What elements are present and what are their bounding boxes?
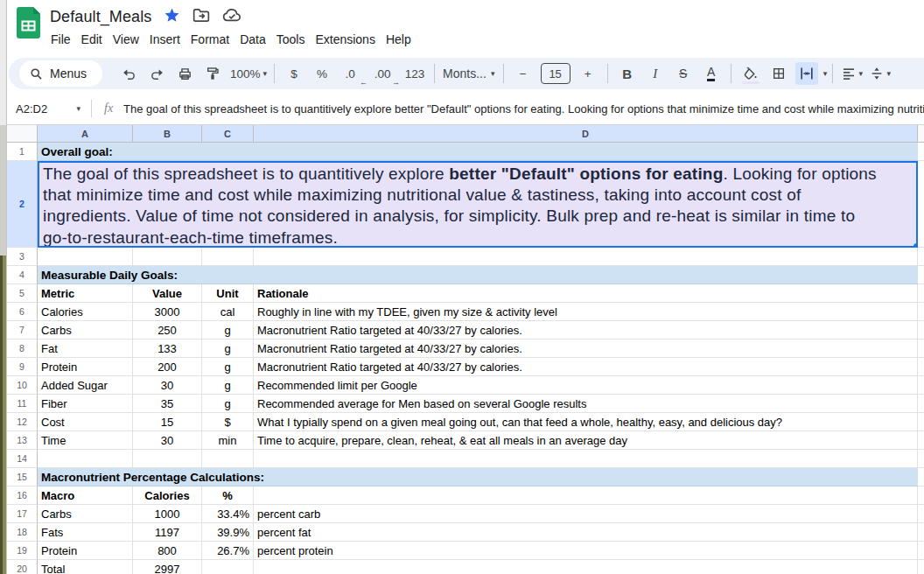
cell-B17[interactable]: 1000 xyxy=(133,505,202,523)
cell-D18[interactable]: percent fat xyxy=(254,523,918,542)
cell-C12[interactable]: $ xyxy=(202,413,254,431)
cell-A6[interactable]: Calories xyxy=(38,303,133,321)
row-header-5[interactable]: 5 xyxy=(7,284,38,303)
redo-button[interactable] xyxy=(145,62,168,85)
row-header-20[interactable]: 20 xyxy=(7,560,38,574)
cell-D12[interactable]: What I typially spend on a given meal go… xyxy=(254,413,918,431)
cell-D3[interactable] xyxy=(254,248,918,266)
selected-merged-cell-A2-D2[interactable]: The goal of this spreadsheet is to quant… xyxy=(38,161,918,248)
name-box[interactable]: A2:D2 ▾ xyxy=(7,102,88,116)
cloud-saved-icon[interactable] xyxy=(222,8,242,26)
zoom-dropdown[interactable]: 100%▾ xyxy=(230,62,267,85)
row-header-4[interactable]: 4 xyxy=(7,266,38,284)
bold-button[interactable]: B xyxy=(616,62,639,85)
cell-D7[interactable]: Macronutrient Ratio targeted at 40/33/27… xyxy=(254,321,918,340)
cell-B3[interactable] xyxy=(133,248,202,266)
row-header-17[interactable]: 17 xyxy=(7,505,38,523)
cell-B11[interactable]: 35 xyxy=(133,395,202,413)
cell-C9[interactable]: g xyxy=(202,358,254,376)
chevron-down-icon[interactable]: ▾ xyxy=(76,104,80,113)
cell-A18[interactable]: Fats xyxy=(38,523,133,542)
cell-D10[interactable]: Recommended limit per Google xyxy=(254,376,918,395)
cell-D19[interactable]: percent protein xyxy=(254,542,918,560)
cell-D20[interactable] xyxy=(254,560,918,574)
menu-help[interactable]: Help xyxy=(381,30,416,49)
section-cell-A15[interactable]: Macronutrient Percentage Calculations: xyxy=(38,468,918,486)
cell-A8[interactable]: Fat xyxy=(38,340,133,358)
sheets-logo-icon[interactable] xyxy=(17,7,40,42)
decrease-decimal-button[interactable]: .0← xyxy=(339,62,361,85)
menu-format[interactable]: Format xyxy=(186,30,234,49)
cell-D14[interactable] xyxy=(254,450,918,468)
cell-D17[interactable]: percent carb xyxy=(254,505,918,523)
cell-B18[interactable]: 1197 xyxy=(133,523,202,542)
undo-button[interactable] xyxy=(117,62,140,85)
section-cell-A1[interactable]: Overall goal: xyxy=(38,143,918,161)
cell-D6[interactable]: Roughly in line with my TDEE, given my s… xyxy=(254,303,918,321)
italic-button[interactable]: I xyxy=(644,62,667,85)
cell-A12[interactable]: Cost xyxy=(38,413,133,431)
cell-D13[interactable]: Time to acquire, prepare, clean, reheat,… xyxy=(254,431,918,450)
cell-C5[interactable]: Unit xyxy=(202,284,254,303)
cell-A19[interactable]: Protein xyxy=(38,542,133,560)
cell-C14[interactable] xyxy=(202,450,254,468)
row-header-6[interactable]: 6 xyxy=(7,303,38,321)
borders-button[interactable] xyxy=(767,62,790,85)
row-header-7[interactable]: 7 xyxy=(7,321,38,340)
cell-A14[interactable] xyxy=(38,450,133,468)
row-header-16[interactable]: 16 xyxy=(7,486,38,505)
font-size-input[interactable]: 15 xyxy=(541,63,570,84)
increase-decimal-button[interactable]: .00→ xyxy=(371,62,394,85)
increase-font-size-button[interactable]: + xyxy=(577,62,599,85)
menu-insert[interactable]: Insert xyxy=(144,30,186,49)
cell-B9[interactable]: 200 xyxy=(133,358,202,376)
cell-D16[interactable] xyxy=(254,486,918,505)
more-formats-button[interactable]: 123 xyxy=(403,62,426,85)
cell-A13[interactable]: Time xyxy=(38,431,133,450)
formula-input[interactable]: The goal of this spreadsheet is to quant… xyxy=(123,102,924,116)
section-cell-A4[interactable]: Measurable Daily Goals: xyxy=(38,266,918,284)
merge-dropdown-caret[interactable]: ▾ xyxy=(823,69,828,78)
cell-A17[interactable]: Carbs xyxy=(38,505,133,523)
cell-C18[interactable]: 39.9% xyxy=(202,523,254,542)
menu-tools[interactable]: Tools xyxy=(271,30,311,49)
column-header-C[interactable]: C xyxy=(202,125,254,143)
font-family-dropdown[interactable]: Monts...▾ xyxy=(443,62,495,85)
merge-cells-button[interactable] xyxy=(795,62,818,85)
document-title[interactable]: Default_Meals xyxy=(50,8,151,26)
print-button[interactable] xyxy=(173,62,196,85)
cell-A20[interactable]: Total xyxy=(38,560,133,574)
format-currency-button[interactable]: $ xyxy=(283,62,305,85)
cell-A5[interactable]: Metric xyxy=(38,284,133,303)
menu-edit[interactable]: Edit xyxy=(76,30,108,49)
row-header-9[interactable]: 9 xyxy=(7,358,38,376)
row-header-14[interactable]: 14 xyxy=(7,450,38,468)
cell-B13[interactable]: 30 xyxy=(133,431,202,450)
star-icon[interactable] xyxy=(164,7,180,27)
cell-B10[interactable]: 30 xyxy=(133,376,202,395)
format-percent-button[interactable]: % xyxy=(311,62,333,85)
cell-C11[interactable]: g xyxy=(202,395,254,413)
cell-B7[interactable]: 250 xyxy=(133,321,202,340)
cell-A7[interactable]: Carbs xyxy=(38,321,133,340)
row-header-13[interactable]: 13 xyxy=(7,431,38,450)
cell-C17[interactable]: 33.4% xyxy=(202,505,254,523)
column-header-B[interactable]: B xyxy=(133,125,202,143)
cell-C20[interactable] xyxy=(202,560,254,574)
cell-B19[interactable]: 800 xyxy=(133,542,202,560)
menu-file[interactable]: File xyxy=(46,30,76,49)
column-header-A[interactable]: A xyxy=(38,125,133,143)
cell-B5[interactable]: Value xyxy=(133,284,202,303)
cell-C16[interactable]: % xyxy=(202,486,254,505)
row-header-11[interactable]: 11 xyxy=(7,395,38,413)
cell-C19[interactable]: 26.7% xyxy=(202,542,254,560)
cell-C7[interactable]: g xyxy=(202,321,254,340)
cell-A9[interactable]: Protein xyxy=(38,358,133,376)
cell-C8[interactable]: g xyxy=(202,340,254,358)
cell-C10[interactable]: g xyxy=(202,376,254,395)
row-header-19[interactable]: 19 xyxy=(7,542,38,560)
cell-C13[interactable]: min xyxy=(202,431,254,450)
decrease-font-size-button[interactable]: − xyxy=(512,62,535,85)
cell-A16[interactable]: Macro xyxy=(38,486,133,505)
fill-color-button[interactable] xyxy=(739,62,762,85)
